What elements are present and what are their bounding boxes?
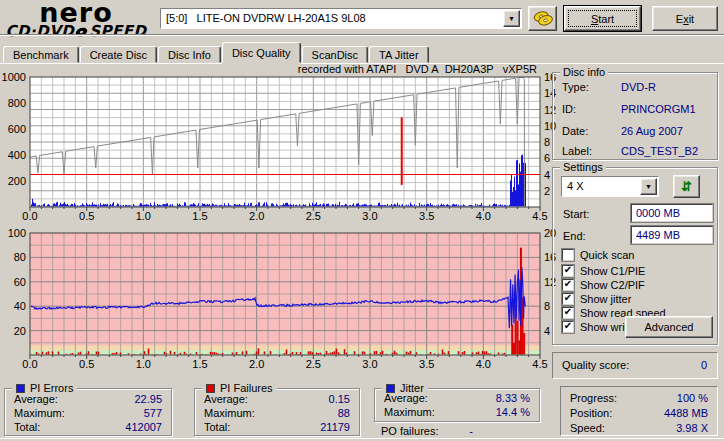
checkbox-box[interactable]: ✔ bbox=[562, 279, 574, 291]
disc-date-label: Date: bbox=[562, 125, 588, 137]
svg-text:4: 4 bbox=[544, 169, 550, 181]
disc-type-value: DVD-R bbox=[621, 81, 656, 93]
end-position-label: End: bbox=[563, 230, 586, 242]
advanced-button[interactable]: Advanced bbox=[625, 316, 713, 338]
pi-failures-average: 0.15 bbox=[329, 393, 350, 405]
svg-text:6: 6 bbox=[544, 152, 550, 164]
svg-text:2.0: 2.0 bbox=[249, 210, 264, 222]
svg-text:1.5: 1.5 bbox=[192, 210, 207, 222]
scan-speed-arrow[interactable]: ▼ bbox=[640, 178, 657, 195]
svg-text:80: 80 bbox=[14, 251, 26, 263]
svg-text:0.5: 0.5 bbox=[79, 210, 94, 222]
disc-info-button[interactable] bbox=[528, 6, 557, 31]
disc-type-label: Type: bbox=[562, 81, 589, 93]
svg-text:2.5: 2.5 bbox=[306, 210, 321, 222]
svg-text:1.5: 1.5 bbox=[192, 358, 207, 370]
svg-text:100: 100 bbox=[8, 227, 26, 239]
svg-text:8: 8 bbox=[544, 300, 550, 312]
svg-text:4.5: 4.5 bbox=[532, 358, 547, 370]
svg-text:4.0: 4.0 bbox=[476, 358, 491, 370]
settings-group: Settings 4 X ▼ ⇵ Start: 0000 MB End: 448… bbox=[552, 167, 718, 345]
progress-value: 100 % bbox=[677, 392, 708, 404]
tab-benchmark[interactable]: Benchmark bbox=[3, 46, 79, 63]
checkbox-show-c2-pif[interactable]: ✔ Show C2/PIF bbox=[562, 278, 645, 291]
disc-label-label: Label: bbox=[562, 145, 592, 157]
position-value: 4488 MB bbox=[664, 407, 708, 419]
end-position-field[interactable]: 4489 MB bbox=[631, 226, 713, 244]
svg-text:3.5: 3.5 bbox=[419, 210, 434, 222]
pi-failures-maximum: 88 bbox=[338, 407, 350, 419]
app-logo: nero CD·DVD SPEED bbox=[4, 1, 148, 38]
jitter-stats-box: Jitter Average: 8.33 % Maximum: 14.4 % bbox=[374, 388, 540, 422]
checkbox-quick-scan[interactable]: Quick scan bbox=[562, 248, 634, 261]
pi-errors-color-swatch bbox=[16, 384, 25, 393]
header-divider bbox=[0, 34, 724, 36]
svg-text:0.5: 0.5 bbox=[79, 358, 94, 370]
checkbox-show-jitter[interactable]: ✔ Show jitter bbox=[562, 292, 631, 305]
disc-eject-icon bbox=[533, 10, 553, 27]
chevron-down-icon: ▼ bbox=[508, 15, 515, 22]
scan-speed-select[interactable]: 4 X ▼ bbox=[561, 176, 659, 197]
svg-text:1000: 1000 bbox=[2, 71, 26, 83]
tab-scandisc[interactable]: ScanDisc bbox=[302, 46, 368, 63]
pi-failures-stats-box: PI Failures Average: 0.15 Maximum: 88 To… bbox=[194, 388, 360, 436]
scan-speed-value: 4 X bbox=[567, 180, 584, 192]
checkbox-show-c1-pie[interactable]: ✔ Show C1/PIE bbox=[562, 264, 645, 277]
svg-text:2: 2 bbox=[544, 185, 550, 197]
quality-score-value: 0 bbox=[701, 359, 707, 371]
progress-panel: Progress: 100 % Position: 4488 MB Speed:… bbox=[560, 386, 718, 436]
checkbox-box[interactable]: ✔ bbox=[562, 307, 574, 319]
pi-failures-color-swatch bbox=[206, 384, 215, 393]
checkbox-box[interactable]: ✔ bbox=[562, 321, 574, 333]
disc-id-label: ID: bbox=[562, 103, 576, 115]
checkbox-box[interactable] bbox=[562, 249, 574, 261]
svg-text:1.0: 1.0 bbox=[136, 358, 151, 370]
tab-disc-info[interactable]: Disc Info bbox=[158, 46, 221, 63]
svg-text:60: 60 bbox=[14, 276, 26, 288]
svg-text:400: 400 bbox=[8, 149, 26, 161]
quality-scan-charts: 0.00.00.50.51.01.01.51.52.02.02.52.53.03… bbox=[0, 62, 560, 376]
disc-info-group: Disc info Type: DVD-R ID: PRINCORGM1 Dat… bbox=[552, 72, 718, 160]
svg-text:800: 800 bbox=[8, 97, 26, 109]
svg-text:2.0: 2.0 bbox=[249, 358, 264, 370]
tab-disc-quality[interactable]: Disc Quality bbox=[222, 42, 301, 63]
checkbox-box[interactable]: ✔ bbox=[562, 265, 574, 277]
drive-select-value: [5:0] LITE-ON DVDRW LH-20A1S 9L08 bbox=[166, 12, 366, 24]
svg-text:0.0: 0.0 bbox=[22, 210, 37, 222]
po-failures-label: PO failures: bbox=[381, 425, 438, 437]
disc-label-value: CDS_TEST_B2 bbox=[621, 145, 698, 157]
svg-text:200: 200 bbox=[8, 175, 26, 187]
tab-ta-jitter[interactable]: TA Jitter bbox=[369, 46, 429, 63]
disc-info-title: Disc info bbox=[560, 66, 608, 78]
svg-text:3.5: 3.5 bbox=[419, 358, 434, 370]
start-button[interactable]: Start bbox=[564, 6, 641, 31]
cd-dvd-speed-logo-text: CD·DVD SPEED bbox=[4, 25, 148, 38]
jitter-maximum: 14.4 % bbox=[496, 406, 530, 418]
disc-id-value: PRINCORGM1 bbox=[621, 103, 696, 115]
jitter-average: 8.33 % bbox=[496, 392, 530, 404]
window-bottom-edge bbox=[0, 438, 724, 439]
refresh-button[interactable]: ⇵ bbox=[673, 175, 700, 198]
exit-button-label: Exit bbox=[676, 13, 694, 25]
checkbox-box[interactable]: ✔ bbox=[562, 293, 574, 305]
drive-select[interactable]: [5:0] LITE-ON DVDRW LH-20A1S 9L08 ▼ bbox=[160, 8, 522, 29]
svg-text:600: 600 bbox=[8, 123, 26, 135]
start-position-field[interactable]: 0000 MB bbox=[631, 204, 713, 222]
refresh-icon: ⇵ bbox=[681, 179, 692, 194]
drive-select-arrow[interactable]: ▼ bbox=[503, 10, 520, 27]
svg-text:0.0: 0.0 bbox=[22, 358, 37, 370]
pi-errors-stats-box: PI Errors Average: 22.95 Maximum: 577 To… bbox=[4, 388, 172, 436]
pi-errors-total: 412007 bbox=[125, 421, 162, 433]
exit-button[interactable]: Exit bbox=[652, 6, 718, 31]
disc-date-value: 26 Aug 2007 bbox=[621, 125, 683, 137]
svg-text:3.0: 3.0 bbox=[362, 358, 377, 370]
svg-text:4.5: 4.5 bbox=[532, 210, 547, 222]
tab-create-disc[interactable]: Create Disc bbox=[80, 46, 157, 63]
pi-errors-maximum: 577 bbox=[144, 407, 162, 419]
settings-title: Settings bbox=[560, 161, 606, 173]
svg-text:40: 40 bbox=[14, 300, 26, 312]
svg-text:1.0: 1.0 bbox=[136, 210, 151, 222]
pi-errors-average: 22.95 bbox=[134, 393, 162, 405]
svg-text:20: 20 bbox=[14, 325, 26, 337]
quality-score-label: Quality score: bbox=[562, 359, 629, 371]
